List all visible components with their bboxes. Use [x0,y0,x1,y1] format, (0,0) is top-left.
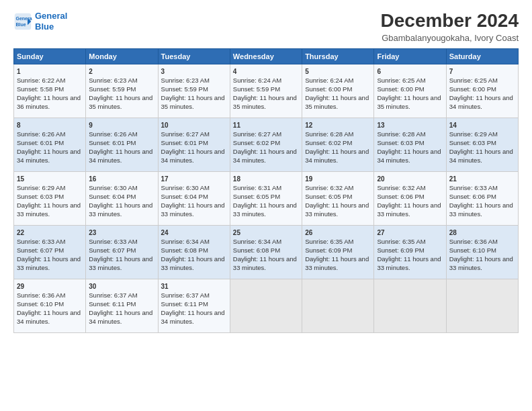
logo-text: General Blue [35,11,67,32]
day-number: 9 [89,121,154,130]
sunrise-label: Sunrise: 6:33 AM [17,238,65,245]
day-number: 20 [377,175,443,184]
day-number: 21 [449,175,515,184]
table-row: 7Sunrise: 6:25 AMSunset: 6:00 PMDaylight… [446,64,518,118]
table-row: 30Sunrise: 6:37 AMSunset: 6:11 PMDayligh… [86,279,158,332]
day-number: 16 [89,175,154,184]
daylight-label: Daylight: 11 hours and 35 minutes. [305,94,369,110]
daylight-label: Daylight: 11 hours and 35 minutes. [161,94,225,110]
daylight-label: Daylight: 11 hours and 33 minutes. [233,255,297,271]
table-row: 17Sunrise: 6:30 AMSunset: 6:04 PMDayligh… [158,171,230,225]
sunset-label: Sunset: 6:01 PM [17,139,64,146]
table-row: 4Sunrise: 6:24 AMSunset: 5:59 PMDaylight… [230,64,302,118]
daylight-label: Daylight: 11 hours and 34 minutes. [305,148,369,164]
day-number: 8 [17,121,83,130]
sunrise-label: Sunrise: 6:26 AM [89,130,137,138]
sunrise-label: Sunrise: 6:30 AM [161,184,210,191]
logo: General Blue General Blue [13,11,67,32]
day-number: 29 [17,282,83,291]
daylight-label: Daylight: 11 hours and 35 minutes. [89,94,152,110]
sunrise-label: Sunrise: 6:31 AM [233,184,281,191]
day-number: 11 [233,121,299,130]
sunset-label: Sunset: 6:04 PM [161,193,208,200]
table-row: 29Sunrise: 6:36 AMSunset: 6:10 PMDayligh… [14,279,86,332]
table-row: 31Sunrise: 6:37 AMSunset: 6:11 PMDayligh… [158,279,230,332]
table-row: 6Sunrise: 6:25 AMSunset: 6:00 PMDaylight… [374,64,446,118]
sunset-label: Sunset: 6:02 PM [233,139,280,146]
daylight-label: Daylight: 11 hours and 34 minutes. [233,148,297,164]
daylight-label: Daylight: 11 hours and 34 minutes. [17,309,81,325]
sunrise-label: Sunrise: 6:37 AM [89,291,137,299]
sunset-label: Sunset: 6:11 PM [89,300,136,308]
daylight-label: Daylight: 11 hours and 33 minutes. [17,255,81,271]
sunrise-label: Sunrise: 6:25 AM [449,77,498,84]
sunset-label: Sunset: 6:10 PM [449,246,496,254]
sunset-label: Sunset: 6:05 PM [305,193,352,200]
day-number: 13 [377,121,443,130]
daylight-label: Daylight: 11 hours and 33 minutes. [161,201,225,218]
table-row: 19Sunrise: 6:32 AMSunset: 6:05 PMDayligh… [302,171,374,225]
sunset-label: Sunset: 6:08 PM [161,246,208,254]
day-number: 30 [89,282,154,291]
day-number: 7 [449,67,515,77]
sunset-label: Sunset: 6:07 PM [17,246,64,254]
sunset-label: Sunset: 6:00 PM [305,85,352,93]
sunrise-label: Sunrise: 6:23 AM [161,77,210,84]
daylight-label: Daylight: 11 hours and 34 minutes. [89,148,152,164]
sunrise-label: Sunrise: 6:36 AM [17,291,65,299]
daylight-label: Daylight: 11 hours and 33 minutes. [161,255,225,271]
daylight-label: Daylight: 11 hours and 34 minutes. [89,309,152,325]
day-number: 28 [449,228,515,238]
daylight-label: Daylight: 11 hours and 33 minutes. [305,201,369,218]
table-row: 8Sunrise: 6:26 AMSunset: 6:01 PMDaylight… [14,118,86,171]
sunset-label: Sunset: 6:00 PM [377,85,424,93]
sunrise-label: Sunrise: 6:35 AM [377,238,425,245]
daylight-label: Daylight: 11 hours and 33 minutes. [377,255,441,271]
sunset-label: Sunset: 6:11 PM [161,300,208,308]
sunset-label: Sunset: 6:03 PM [17,193,64,200]
daylight-label: Daylight: 11 hours and 33 minutes. [89,201,152,218]
table-row [374,279,446,332]
main-title: December 2024 [381,11,519,32]
table-row: 3Sunrise: 6:23 AMSunset: 5:59 PMDaylight… [158,64,230,118]
table-row: 21Sunrise: 6:33 AMSunset: 6:06 PMDayligh… [446,171,518,225]
table-row: 16Sunrise: 6:30 AMSunset: 6:04 PMDayligh… [86,171,158,225]
sunrise-label: Sunrise: 6:26 AM [17,130,65,138]
day-number: 31 [161,282,227,291]
sunset-label: Sunset: 6:01 PM [161,139,208,146]
sunset-label: Sunset: 6:10 PM [17,300,64,308]
sunrise-label: Sunrise: 6:23 AM [89,77,137,84]
table-row: 12Sunrise: 6:28 AMSunset: 6:02 PMDayligh… [302,118,374,171]
day-number: 19 [305,175,371,184]
sunrise-label: Sunrise: 6:24 AM [233,77,281,84]
sunset-label: Sunset: 6:05 PM [233,193,280,200]
sunset-label: Sunset: 5:59 PM [233,85,280,93]
day-number: 25 [233,228,299,238]
daylight-label: Daylight: 11 hours and 33 minutes. [17,201,81,218]
title-block: December 2024 Gbambalanyougokaha, Ivory … [381,11,519,43]
day-number: 18 [233,175,299,184]
daylight-label: Daylight: 11 hours and 33 minutes. [89,255,152,271]
table-row: 18Sunrise: 6:31 AMSunset: 6:05 PMDayligh… [230,171,302,225]
daylight-label: Daylight: 11 hours and 33 minutes. [449,255,513,271]
day-number: 12 [305,121,371,130]
header-monday: Monday [86,48,158,64]
sunrise-label: Sunrise: 6:34 AM [233,238,281,245]
sunrise-label: Sunrise: 6:37 AM [161,291,210,299]
sunrise-label: Sunrise: 6:36 AM [449,238,498,245]
sunset-label: Sunset: 6:01 PM [89,139,136,146]
daylight-label: Daylight: 11 hours and 34 minutes. [161,148,225,164]
sunrise-label: Sunrise: 6:33 AM [89,238,137,245]
table-row: 11Sunrise: 6:27 AMSunset: 6:02 PMDayligh… [230,118,302,171]
page: General Blue General Blue December 2024 … [0,0,532,411]
day-number: 6 [377,67,443,77]
calendar-week-row: 8Sunrise: 6:26 AMSunset: 6:01 PMDaylight… [14,118,519,171]
sunrise-label: Sunrise: 6:33 AM [449,184,498,191]
logo-icon: General Blue [13,12,32,31]
daylight-label: Daylight: 11 hours and 34 minutes. [449,148,513,164]
sunset-label: Sunset: 6:02 PM [305,139,352,146]
daylight-label: Daylight: 11 hours and 35 minutes. [233,94,297,110]
calendar-header-row: Sunday Monday Tuesday Wednesday Thursday… [14,48,519,64]
day-number: 14 [449,121,515,130]
sunrise-label: Sunrise: 6:24 AM [305,77,353,84]
